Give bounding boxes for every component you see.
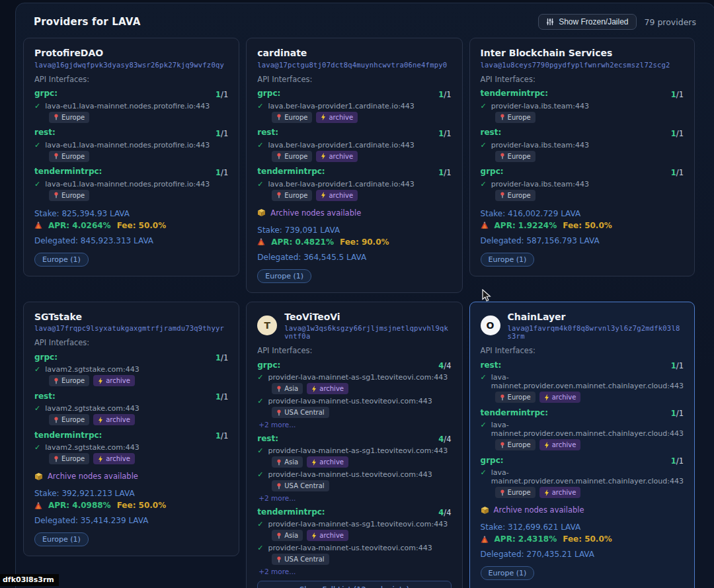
show-full-list-button[interactable]: Show Full List (12 endpoints) bbox=[257, 581, 451, 588]
endpoint-badges: Asiaarchive bbox=[272, 530, 451, 541]
ratio-numerator: 1 bbox=[671, 90, 676, 99]
provider-card[interactable]: OChainLayerlava@1favrqm4k0f8q8wrvnl3yl6z… bbox=[469, 302, 695, 588]
archive-badge: archive bbox=[316, 190, 358, 201]
ratio-denominator: /1 bbox=[676, 456, 684, 466]
region-pill[interactable]: Europe (1) bbox=[34, 253, 89, 267]
delegated-value: Delegated: 270,435.21 LAVA bbox=[481, 550, 594, 559]
lightning-icon bbox=[544, 489, 549, 496]
archive-badge: archive bbox=[539, 439, 581, 450]
interface-header: rest:1/1 bbox=[257, 126, 451, 139]
provider-address[interactable]: lava@1favrqm4k0f8q8wrvnl3yl6z7g2mdfk03l8… bbox=[508, 324, 684, 340]
interface-ratio: 1/1 bbox=[671, 406, 684, 419]
providers-count: 79 providers bbox=[645, 17, 696, 27]
more-endpoints-link[interactable]: +2 more... bbox=[258, 494, 451, 502]
endpoint-badges: USA Central bbox=[272, 480, 451, 491]
region-badge: USA Central bbox=[272, 554, 329, 565]
stake-value: Stake: 825,394.93 LAVA bbox=[34, 209, 228, 218]
archive-badge: archive bbox=[307, 383, 348, 394]
lightning-icon bbox=[98, 456, 103, 462]
interface-ratio: 1/1 bbox=[671, 358, 684, 371]
endpoint-badges: USA Central bbox=[272, 407, 451, 418]
badge-label: Europe bbox=[61, 454, 85, 463]
region-pills: Europe (1) bbox=[34, 532, 228, 546]
endpoint-badges: Europe bbox=[495, 190, 684, 201]
provider-address[interactable]: lava@17frqpc9lsyxatukgaxgmtrfjramdu73q9t… bbox=[34, 324, 224, 332]
endpoint-row: ✓lava.ber-lava-provider1.cardinate.io:44… bbox=[257, 180, 451, 189]
api-interfaces-label: API Interfaces: bbox=[34, 75, 228, 84]
interface-header: grpc:4/4 bbox=[257, 358, 451, 371]
provider-heading: ChainLayerlava@1favrqm4k0f8q8wrvnl3yl6z7… bbox=[508, 312, 684, 341]
endpoint-url: provider-lava-mainnet-us.teoviteovi.com:… bbox=[268, 397, 432, 405]
interface-header: grpc:1/1 bbox=[481, 165, 684, 178]
ratio-numerator: 1 bbox=[216, 431, 221, 441]
api-interfaces-label: API Interfaces: bbox=[481, 346, 684, 355]
ratio-denominator: /1 bbox=[221, 90, 228, 99]
endpoint-row: ✓provider-lava-mainnet-us.teoviteovi.com… bbox=[257, 544, 451, 552]
page-title: Providers for LAVA bbox=[34, 16, 140, 28]
provider-address[interactable]: lava@17pctgu8tj07dct8q4muynhcwvtra06ne4f… bbox=[257, 61, 447, 69]
region-pill[interactable]: Europe (1) bbox=[481, 253, 535, 267]
endpoint-row: ✓provider-lava-mainnet-as-sg1.teoviteovi… bbox=[257, 373, 451, 382]
endpoint-row: ✓lava-mainnet.provider.oven.mainnet.chai… bbox=[481, 421, 684, 438]
badge-label: Europe bbox=[508, 113, 531, 122]
interface-ratio: 4/4 bbox=[438, 432, 451, 444]
archive-badge: archive bbox=[93, 414, 135, 425]
provider-card[interactable]: Inter Blockchain Serviceslava@1u8ceys779… bbox=[469, 38, 695, 276]
check-icon: ✓ bbox=[257, 544, 263, 552]
provider-card[interactable]: SGTstakelava@17frqpc9lsyxatukgaxgmtrfjra… bbox=[23, 302, 239, 557]
delegated-value: Delegated: 35,414.239 LAVA bbox=[34, 516, 148, 525]
more-endpoints-link[interactable]: +2 more... bbox=[258, 421, 451, 429]
region-pills: Europe (1) bbox=[481, 566, 684, 580]
check-icon: ✓ bbox=[34, 365, 40, 374]
region-badge: USA Central bbox=[272, 480, 329, 491]
check-icon: ✓ bbox=[257, 141, 263, 149]
interface-name: rest: bbox=[257, 128, 278, 137]
region-pill[interactable]: Europe (1) bbox=[481, 566, 535, 580]
package-icon bbox=[34, 472, 43, 481]
interface-name: tendermintrpc: bbox=[481, 89, 548, 98]
provider-address[interactable]: lava@1w3qs6ksgzy66rjljmsjnetlqpvvhl9qkvn… bbox=[284, 324, 451, 340]
provider-card[interactable]: ProtofireDAOlava@16gjdwqfpvk3dyasy83wsr2… bbox=[23, 38, 239, 276]
interface-header: rest:1/1 bbox=[34, 126, 228, 139]
lightning-icon bbox=[98, 378, 103, 384]
interface-header: grpc:1/1 bbox=[257, 87, 451, 100]
endpoint-url: provider-lava-mainnet-as-sg1.teoviteovi.… bbox=[268, 446, 448, 455]
region-pill[interactable]: Europe (1) bbox=[34, 532, 89, 546]
badge-label: Europe bbox=[508, 152, 531, 161]
badge-label: archive bbox=[319, 531, 344, 540]
interface-ratio: 1/1 bbox=[671, 165, 684, 178]
endpoint-row: ✓provider-lava-mainnet-as-sg1.teoviteovi… bbox=[257, 520, 451, 528]
endpoint-url: lava.ber-lava-provider1.cardinate.io:443 bbox=[268, 102, 415, 110]
endpoint-row: ✓lavam2.sgtstake.com:443 bbox=[34, 404, 228, 413]
provider-address[interactable]: lava@16gjdwqfpvk3dyasy83wsr26pk27kjq9wvf… bbox=[34, 61, 224, 69]
more-endpoints-link[interactable]: +2 more... bbox=[258, 567, 451, 575]
badge-label: USA Central bbox=[284, 555, 324, 564]
badge-label: archive bbox=[106, 454, 130, 463]
region-badge: Europe bbox=[272, 151, 312, 162]
badge-label: archive bbox=[319, 384, 344, 393]
provider-card[interactable]: TTeoViTeoVilava@1w3qs6ksgzy66rjljmsjnetl… bbox=[246, 302, 462, 588]
interface-name: grpc: bbox=[481, 167, 504, 176]
archive-badge: archive bbox=[539, 487, 581, 498]
lightning-icon bbox=[311, 532, 317, 539]
region-pill[interactable]: Europe (1) bbox=[257, 269, 311, 283]
ratio-numerator: 1 bbox=[216, 392, 221, 401]
show-frozen-jailed-button[interactable]: Show Frozen/Jailed bbox=[538, 14, 636, 30]
provider-heading: ProtofireDAOlava@16gjdwqfpvk3dyasy83wsr2… bbox=[34, 48, 224, 69]
check-icon: ✓ bbox=[481, 180, 487, 189]
archive-badge: archive bbox=[93, 375, 135, 386]
ratio-denominator: /4 bbox=[444, 435, 451, 444]
interface-ratio: 1/1 bbox=[216, 165, 228, 178]
endpoint-row: ✓provider-lava.ibs.team:443 bbox=[481, 180, 684, 189]
ratio-numerator: 1 bbox=[671, 409, 676, 418]
archive-badge: archive bbox=[539, 392, 581, 403]
providers-grid: ProtofireDAOlava@16gjdwqfpvk3dyasy83wsr2… bbox=[16, 38, 714, 588]
apr-value: APR: 2.4318% bbox=[495, 534, 557, 544]
ratio-denominator: /1 bbox=[444, 168, 451, 177]
provider-card[interactable]: cardinatelava@17pctgu8tj07dct8q4muynhcwv… bbox=[246, 38, 462, 293]
provider-address[interactable]: lava@1u8ceys7790pgydfyplfwnrwh2ecsmszl72… bbox=[481, 61, 670, 69]
badge-label: archive bbox=[552, 488, 576, 497]
badge-label: USA Central bbox=[284, 408, 324, 417]
endpoint-url: lava-eu1.lava-mainnet.nodes.protofire.io… bbox=[45, 180, 210, 189]
archive-badge: archive bbox=[93, 453, 135, 464]
